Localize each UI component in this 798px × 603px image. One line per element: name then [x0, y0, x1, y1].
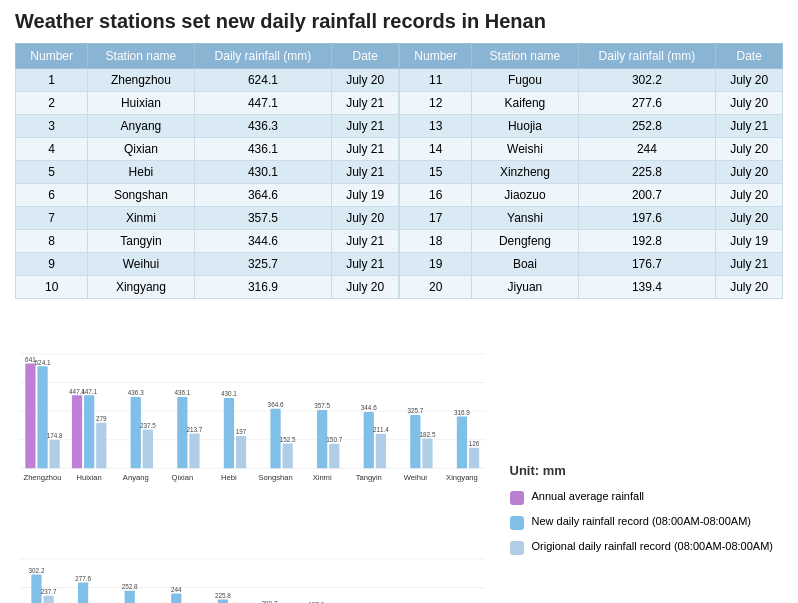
table-cell: 5: [16, 161, 88, 184]
svg-text:237.7: 237.7: [41, 588, 57, 595]
page-title: Weather stations set new daily rainfall …: [15, 10, 783, 33]
svg-rect-26: [189, 433, 199, 468]
svg-text:Xingyang: Xingyang: [446, 473, 478, 482]
svg-rect-21: [143, 430, 153, 469]
table-cell: 15: [400, 161, 472, 184]
svg-text:Qixian: Qixian: [172, 473, 194, 482]
svg-rect-79: [171, 594, 181, 603]
top-chart: 641624.1174.8Zhengzhou447.1447.1279Huixi…: [15, 309, 490, 509]
svg-text:325.7: 325.7: [407, 407, 423, 414]
svg-rect-44: [364, 412, 374, 468]
svg-rect-31: [236, 436, 246, 468]
svg-text:237.5: 237.5: [140, 422, 156, 429]
table-cell: 624.1: [194, 69, 332, 92]
legend-color: [510, 541, 524, 555]
table-cell: July 20: [716, 184, 783, 207]
table-row: 6Songshan364.6July 19: [16, 184, 399, 207]
table-cell: Zhengzhou: [88, 69, 194, 92]
table-cell: Xinzheng: [472, 161, 578, 184]
table-row: 2Huixian447.1July 21: [16, 92, 399, 115]
table-cell: 252.8: [578, 115, 716, 138]
table-cell: 11: [400, 69, 472, 92]
table-cell: 3: [16, 115, 88, 138]
table-cell: 325.7: [194, 253, 332, 276]
table-row: 8Tangyin344.6July 21: [16, 230, 399, 253]
legend-item: Origional daily rainfall record (08:00AM…: [510, 540, 774, 555]
table-cell: July 20: [716, 161, 783, 184]
svg-text:150.7: 150.7: [326, 436, 342, 443]
table-cell: 9: [16, 253, 88, 276]
legend-area: Unit: mm Annual average rainfallNew dail…: [500, 309, 784, 603]
table-row: 17Yanshi197.6July 20: [400, 207, 783, 230]
table-cell: Anyang: [88, 115, 194, 138]
table-cell: Qixian: [88, 138, 194, 161]
table-row: 7Xinmi357.5July 20: [16, 207, 399, 230]
svg-text:Hebi: Hebi: [221, 473, 237, 482]
svg-text:Songshan: Songshan: [258, 473, 292, 482]
svg-text:225.8: 225.8: [215, 592, 231, 599]
table-header: Date: [332, 44, 399, 69]
table-cell: 13: [400, 115, 472, 138]
table-cell: July 21: [716, 253, 783, 276]
svg-text:211.4: 211.4: [373, 426, 389, 433]
legend-label: Origional daily rainfall record (08:00AM…: [532, 540, 774, 552]
svg-text:344.6: 344.6: [361, 404, 377, 411]
table-cell: July 20: [332, 207, 399, 230]
table-row: 15Xinzheng225.8July 20: [400, 161, 783, 184]
svg-rect-84: [218, 600, 228, 603]
table-header: Station name: [472, 44, 578, 69]
table-cell: Xingyang: [88, 276, 194, 299]
svg-text:279: 279: [96, 415, 107, 422]
table-cell: July 20: [716, 92, 783, 115]
table-cell: 225.8: [578, 161, 716, 184]
table-row: 19Boai176.7July 21: [400, 253, 783, 276]
svg-text:277.6: 277.6: [75, 575, 91, 582]
table-row: 11Fugou302.2July 20: [400, 69, 783, 92]
svg-rect-19: [131, 397, 141, 468]
table-cell: 16: [400, 184, 472, 207]
table-cell: 7: [16, 207, 88, 230]
table-cell: 200.7: [578, 184, 716, 207]
svg-text:244: 244: [171, 586, 182, 593]
table-row: 5Hebi430.1July 21: [16, 161, 399, 184]
table-cell: Dengfeng: [472, 230, 578, 253]
table-header: Number: [16, 44, 88, 69]
charts-left: 641624.1174.8Zhengzhou447.1447.1279Huixi…: [15, 309, 490, 603]
table-header: Daily rainfall (mm): [194, 44, 332, 69]
charts-wrapper: 641624.1174.8Zhengzhou447.1447.1279Huixi…: [15, 309, 783, 603]
table-cell: Jiyuan: [472, 276, 578, 299]
table-cell: Xinmi: [88, 207, 194, 230]
table-cell: 19: [400, 253, 472, 276]
svg-text:Xinmi: Xinmi: [313, 473, 332, 482]
svg-text:Tangyin: Tangyin: [356, 473, 382, 482]
table-cell: 197.6: [578, 207, 716, 230]
svg-rect-74: [125, 591, 135, 603]
table-cell: 430.1: [194, 161, 332, 184]
table-cell: Weihui: [88, 253, 194, 276]
svg-text:316.9: 316.9: [454, 409, 470, 416]
svg-rect-12: [72, 395, 82, 468]
table-cell: 344.6: [194, 230, 332, 253]
table-cell: 139.4: [578, 276, 716, 299]
svg-rect-54: [457, 417, 467, 469]
table-cell: July 21: [332, 161, 399, 184]
table-header: Station name: [88, 44, 194, 69]
svg-rect-16: [96, 423, 106, 469]
bottom-chart: 302.2237.7Fugou277.6170.8Kaifeng252.8155…: [15, 514, 490, 603]
table-row: 16Jiaozuo200.7July 20: [400, 184, 783, 207]
svg-text:182.5: 182.5: [420, 431, 436, 438]
table-cell: July 20: [332, 276, 399, 299]
table-cell: July 20: [716, 69, 783, 92]
table-cell: July 20: [332, 69, 399, 92]
table-cell: 357.5: [194, 207, 332, 230]
svg-rect-66: [43, 596, 53, 603]
table-cell: Huixian: [88, 92, 194, 115]
legend-color: [510, 491, 524, 505]
svg-text:302.2: 302.2: [29, 567, 45, 574]
table-cell: Fugou: [472, 69, 578, 92]
table-cell: 20: [400, 276, 472, 299]
svg-rect-46: [376, 434, 386, 469]
table-cell: Weishi: [472, 138, 578, 161]
table-cell: July 21: [332, 92, 399, 115]
table-cell: July 19: [332, 184, 399, 207]
